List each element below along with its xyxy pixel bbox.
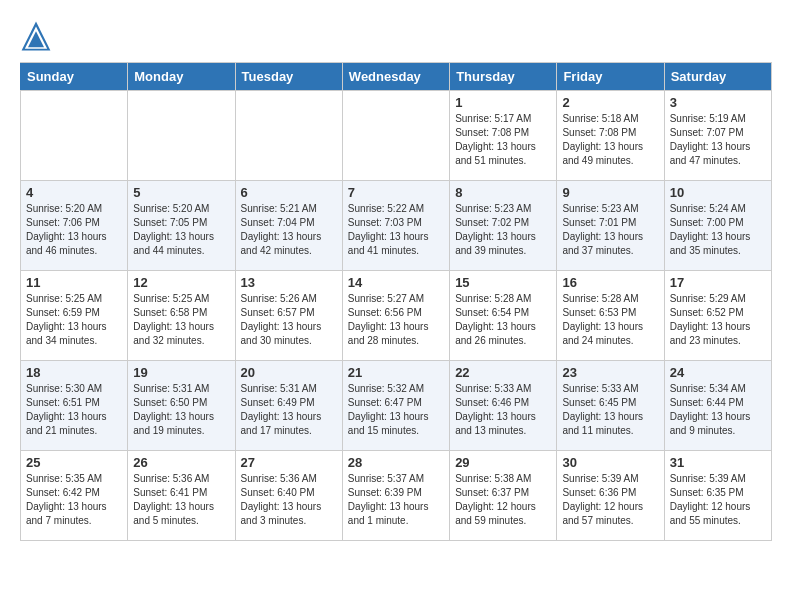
day-cell: 5Sunrise: 5:20 AM Sunset: 7:05 PM Daylig… [128,181,235,271]
day-cell: 18Sunrise: 5:30 AM Sunset: 6:51 PM Dayli… [21,361,128,451]
day-number: 20 [241,365,337,380]
day-cell: 17Sunrise: 5:29 AM Sunset: 6:52 PM Dayli… [664,271,771,361]
day-number: 8 [455,185,551,200]
day-number: 4 [26,185,122,200]
day-cell: 21Sunrise: 5:32 AM Sunset: 6:47 PM Dayli… [342,361,449,451]
day-cell: 14Sunrise: 5:27 AM Sunset: 6:56 PM Dayli… [342,271,449,361]
day-info: Sunrise: 5:34 AM Sunset: 6:44 PM Dayligh… [670,382,766,438]
day-number: 29 [455,455,551,470]
day-cell: 7Sunrise: 5:22 AM Sunset: 7:03 PM Daylig… [342,181,449,271]
header-day-thursday: Thursday [450,63,557,91]
week-row-5: 25Sunrise: 5:35 AM Sunset: 6:42 PM Dayli… [21,451,772,541]
week-row-2: 4Sunrise: 5:20 AM Sunset: 7:06 PM Daylig… [21,181,772,271]
day-info: Sunrise: 5:22 AM Sunset: 7:03 PM Dayligh… [348,202,444,258]
day-cell: 11Sunrise: 5:25 AM Sunset: 6:59 PM Dayli… [21,271,128,361]
day-info: Sunrise: 5:39 AM Sunset: 6:35 PM Dayligh… [670,472,766,528]
header-day-sunday: Sunday [21,63,128,91]
day-cell: 13Sunrise: 5:26 AM Sunset: 6:57 PM Dayli… [235,271,342,361]
page-header [20,20,772,52]
day-cell: 10Sunrise: 5:24 AM Sunset: 7:00 PM Dayli… [664,181,771,271]
day-number: 14 [348,275,444,290]
day-number: 25 [26,455,122,470]
day-info: Sunrise: 5:21 AM Sunset: 7:04 PM Dayligh… [241,202,337,258]
header-row: SundayMondayTuesdayWednesdayThursdayFrid… [21,63,772,91]
day-cell: 25Sunrise: 5:35 AM Sunset: 6:42 PM Dayli… [21,451,128,541]
day-info: Sunrise: 5:28 AM Sunset: 6:54 PM Dayligh… [455,292,551,348]
day-info: Sunrise: 5:37 AM Sunset: 6:39 PM Dayligh… [348,472,444,528]
day-cell: 31Sunrise: 5:39 AM Sunset: 6:35 PM Dayli… [664,451,771,541]
day-info: Sunrise: 5:20 AM Sunset: 7:05 PM Dayligh… [133,202,229,258]
day-cell: 3Sunrise: 5:19 AM Sunset: 7:07 PM Daylig… [664,91,771,181]
day-info: Sunrise: 5:20 AM Sunset: 7:06 PM Dayligh… [26,202,122,258]
day-info: Sunrise: 5:26 AM Sunset: 6:57 PM Dayligh… [241,292,337,348]
week-row-1: 1Sunrise: 5:17 AM Sunset: 7:08 PM Daylig… [21,91,772,181]
day-number: 11 [26,275,122,290]
day-cell: 12Sunrise: 5:25 AM Sunset: 6:58 PM Dayli… [128,271,235,361]
day-cell: 28Sunrise: 5:37 AM Sunset: 6:39 PM Dayli… [342,451,449,541]
day-info: Sunrise: 5:25 AM Sunset: 6:58 PM Dayligh… [133,292,229,348]
day-number: 10 [670,185,766,200]
week-row-4: 18Sunrise: 5:30 AM Sunset: 6:51 PM Dayli… [21,361,772,451]
day-cell: 22Sunrise: 5:33 AM Sunset: 6:46 PM Dayli… [450,361,557,451]
day-number: 24 [670,365,766,380]
day-info: Sunrise: 5:17 AM Sunset: 7:08 PM Dayligh… [455,112,551,168]
day-cell: 23Sunrise: 5:33 AM Sunset: 6:45 PM Dayli… [557,361,664,451]
day-info: Sunrise: 5:32 AM Sunset: 6:47 PM Dayligh… [348,382,444,438]
day-cell: 16Sunrise: 5:28 AM Sunset: 6:53 PM Dayli… [557,271,664,361]
day-cell: 9Sunrise: 5:23 AM Sunset: 7:01 PM Daylig… [557,181,664,271]
day-number: 28 [348,455,444,470]
day-info: Sunrise: 5:28 AM Sunset: 6:53 PM Dayligh… [562,292,658,348]
header-day-tuesday: Tuesday [235,63,342,91]
calendar-table: SundayMondayTuesdayWednesdayThursdayFrid… [20,62,772,541]
day-info: Sunrise: 5:29 AM Sunset: 6:52 PM Dayligh… [670,292,766,348]
day-info: Sunrise: 5:31 AM Sunset: 6:49 PM Dayligh… [241,382,337,438]
day-info: Sunrise: 5:33 AM Sunset: 6:45 PM Dayligh… [562,382,658,438]
day-number: 2 [562,95,658,110]
day-cell [128,91,235,181]
day-number: 22 [455,365,551,380]
day-number: 23 [562,365,658,380]
day-number: 3 [670,95,766,110]
day-cell: 29Sunrise: 5:38 AM Sunset: 6:37 PM Dayli… [450,451,557,541]
day-cell: 30Sunrise: 5:39 AM Sunset: 6:36 PM Dayli… [557,451,664,541]
day-info: Sunrise: 5:25 AM Sunset: 6:59 PM Dayligh… [26,292,122,348]
day-cell: 26Sunrise: 5:36 AM Sunset: 6:41 PM Dayli… [128,451,235,541]
day-info: Sunrise: 5:23 AM Sunset: 7:02 PM Dayligh… [455,202,551,258]
day-number: 16 [562,275,658,290]
day-info: Sunrise: 5:33 AM Sunset: 6:46 PM Dayligh… [455,382,551,438]
day-info: Sunrise: 5:31 AM Sunset: 6:50 PM Dayligh… [133,382,229,438]
header-day-saturday: Saturday [664,63,771,91]
day-number: 15 [455,275,551,290]
day-info: Sunrise: 5:24 AM Sunset: 7:00 PM Dayligh… [670,202,766,258]
day-info: Sunrise: 5:27 AM Sunset: 6:56 PM Dayligh… [348,292,444,348]
day-cell: 8Sunrise: 5:23 AM Sunset: 7:02 PM Daylig… [450,181,557,271]
day-cell: 20Sunrise: 5:31 AM Sunset: 6:49 PM Dayli… [235,361,342,451]
day-cell [235,91,342,181]
day-number: 30 [562,455,658,470]
day-number: 21 [348,365,444,380]
day-info: Sunrise: 5:39 AM Sunset: 6:36 PM Dayligh… [562,472,658,528]
day-info: Sunrise: 5:36 AM Sunset: 6:41 PM Dayligh… [133,472,229,528]
day-cell: 1Sunrise: 5:17 AM Sunset: 7:08 PM Daylig… [450,91,557,181]
day-number: 18 [26,365,122,380]
day-number: 26 [133,455,229,470]
day-number: 19 [133,365,229,380]
day-cell: 27Sunrise: 5:36 AM Sunset: 6:40 PM Dayli… [235,451,342,541]
day-number: 31 [670,455,766,470]
day-number: 5 [133,185,229,200]
day-cell: 4Sunrise: 5:20 AM Sunset: 7:06 PM Daylig… [21,181,128,271]
day-info: Sunrise: 5:18 AM Sunset: 7:08 PM Dayligh… [562,112,658,168]
day-number: 9 [562,185,658,200]
day-cell: 6Sunrise: 5:21 AM Sunset: 7:04 PM Daylig… [235,181,342,271]
day-cell: 15Sunrise: 5:28 AM Sunset: 6:54 PM Dayli… [450,271,557,361]
day-cell [21,91,128,181]
day-number: 6 [241,185,337,200]
day-number: 17 [670,275,766,290]
day-info: Sunrise: 5:23 AM Sunset: 7:01 PM Dayligh… [562,202,658,258]
header-day-friday: Friday [557,63,664,91]
day-info: Sunrise: 5:36 AM Sunset: 6:40 PM Dayligh… [241,472,337,528]
day-cell [342,91,449,181]
week-row-3: 11Sunrise: 5:25 AM Sunset: 6:59 PM Dayli… [21,271,772,361]
header-day-wednesday: Wednesday [342,63,449,91]
day-number: 1 [455,95,551,110]
